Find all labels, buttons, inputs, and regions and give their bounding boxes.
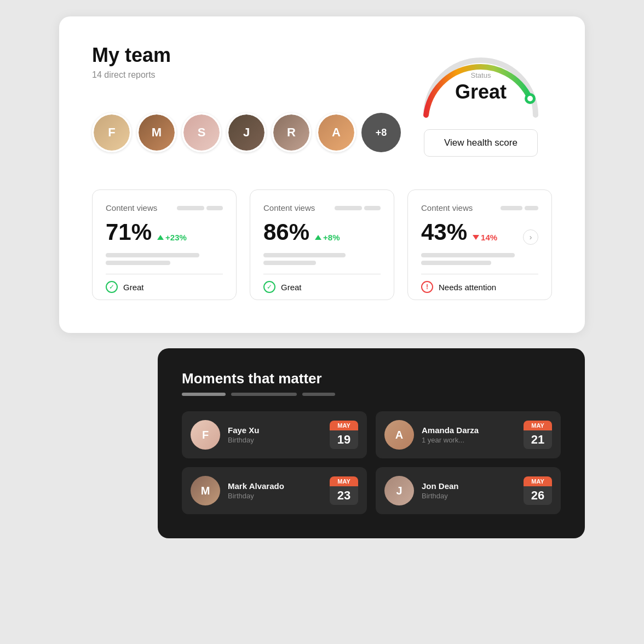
avatar-5[interactable]: R	[272, 113, 311, 152]
metric-change-1: +23%	[157, 233, 187, 242]
metric-value-row-1: 71% +23%	[106, 219, 223, 245]
moment-day-3: 23	[330, 486, 358, 505]
metric-change-2: +8%	[315, 233, 340, 242]
health-section: Status Great View health score	[410, 44, 552, 157]
moment-month-3: MAY	[330, 476, 358, 486]
avatar-3[interactable]: S	[182, 113, 221, 152]
metric-change-3: 14%	[473, 233, 497, 242]
moment-item-3[interactable]: M Mark Alvarado Birthday MAY 23	[182, 467, 367, 514]
metric-percent-3: 43%	[421, 219, 467, 245]
avatar-4[interactable]: J	[227, 113, 266, 152]
moment-item-4[interactable]: J Jon Dean Birthday MAY 26	[376, 467, 561, 514]
moment-type-4: Birthday	[422, 492, 516, 500]
avatar-1[interactable]: F	[92, 113, 131, 152]
metric-bar-3	[501, 206, 538, 210]
metric-sub-2	[263, 253, 381, 265]
moment-info-3: Mark Alvarado Birthday	[228, 481, 322, 500]
up-arrow-icon-1	[157, 235, 164, 240]
moment-avatar-3: M	[191, 476, 220, 505]
avatar-6[interactable]: A	[317, 113, 356, 152]
moment-month-1: MAY	[330, 421, 358, 430]
gauge-container: Status Great	[410, 44, 552, 120]
moments-title: Moments that matter	[182, 370, 561, 387]
moment-day-4: 26	[524, 486, 552, 505]
moments-card: Moments that matter F Faye Xu Birthday M…	[158, 348, 585, 538]
moment-day-2: 21	[524, 430, 552, 449]
metric-change-value-3: 14%	[481, 233, 497, 242]
metric-header-1: Content views	[106, 203, 223, 212]
status-text-3: Needs attention	[439, 283, 496, 292]
metric-change-value-1: +23%	[165, 233, 187, 242]
chevron-right-icon-3[interactable]: ›	[523, 229, 538, 245]
page-title: My team	[92, 44, 401, 67]
moment-item-2[interactable]: A Amanda Darza 1 year work... MAY 21	[376, 411, 561, 458]
status-label: Status	[410, 71, 552, 79]
metric-card-3: Content views 43% 14% ›	[407, 189, 552, 300]
metric-sub-3	[421, 253, 538, 265]
moment-type-2: 1 year work...	[422, 436, 516, 444]
moment-avatar-4: J	[384, 476, 414, 505]
metric-label-3: Content views	[421, 203, 473, 212]
up-arrow-icon-2	[315, 235, 321, 240]
moment-type-1: Birthday	[228, 436, 322, 444]
main-card: My team 14 direct reports F M S	[59, 16, 585, 333]
metric-percent-2: 86%	[263, 219, 309, 245]
metric-value-row-3: 43% 14% ›	[421, 219, 538, 245]
metric-status-2: ✓ Great	[263, 274, 381, 300]
moment-date-2: MAY 21	[524, 421, 552, 449]
metric-sub-1	[106, 253, 223, 265]
team-info: My team 14 direct reports	[92, 44, 401, 80]
moment-info-4: Jon Dean Birthday	[422, 481, 516, 500]
metric-value-row-2: 86% +8%	[263, 219, 381, 245]
metric-percent-1: 71%	[106, 219, 152, 245]
status-text-2: Great	[281, 283, 302, 292]
moments-tab-1[interactable]	[182, 393, 226, 396]
metric-status-1: ✓ Great	[106, 274, 223, 300]
moment-month-2: MAY	[524, 421, 552, 430]
team-section: My team 14 direct reports F M S	[92, 44, 401, 152]
metrics-row: Content views 71% +23%	[92, 189, 552, 300]
moments-grid: F Faye Xu Birthday MAY 19 A Amanda Darza	[182, 411, 561, 514]
metric-bar-2	[335, 206, 381, 210]
metric-label-1: Content views	[106, 203, 157, 212]
moment-name-2: Amanda Darza	[422, 426, 516, 435]
metric-card-1: Content views 71% +23%	[92, 189, 237, 300]
view-health-score-button[interactable]: View health score	[424, 129, 538, 157]
avatar-more[interactable]: +8	[361, 113, 401, 152]
top-section: My team 14 direct reports F M S	[92, 44, 552, 157]
moment-avatar-2: A	[384, 420, 414, 450]
moment-name-3: Mark Alvarado	[228, 481, 322, 491]
metric-header-3: Content views	[421, 203, 538, 212]
metric-status-3: ! Needs attention	[421, 274, 538, 300]
status-attention-icon-3: !	[421, 281, 433, 293]
status-great-icon-2: ✓	[263, 281, 275, 293]
moment-info-1: Faye Xu Birthday	[228, 426, 322, 444]
moment-info-2: Amanda Darza 1 year work...	[422, 426, 516, 444]
avatar-2[interactable]: M	[137, 113, 176, 152]
status-value: Great	[410, 81, 552, 104]
down-arrow-icon-3	[473, 235, 479, 240]
page-wrapper: My team 14 direct reports F M S	[59, 16, 585, 538]
moment-avatar-1: F	[191, 420, 220, 450]
moment-date-1: MAY 19	[330, 421, 358, 449]
gauge-labels: Status Great	[410, 71, 552, 104]
metric-change-value-2: +8%	[323, 233, 340, 242]
moment-month-4: MAY	[524, 476, 552, 486]
metric-label-2: Content views	[263, 203, 315, 212]
moment-type-3: Birthday	[228, 492, 322, 500]
status-great-icon-1: ✓	[106, 281, 118, 293]
status-text-1: Great	[123, 283, 144, 292]
moment-name-1: Faye Xu	[228, 426, 322, 435]
moment-date-3: MAY 23	[330, 476, 358, 505]
moment-date-4: MAY 26	[524, 476, 552, 505]
reports-count: 14 direct reports	[92, 70, 401, 80]
moments-tab-3[interactable]	[302, 393, 335, 396]
metric-bar-1	[177, 206, 223, 210]
moment-day-1: 19	[330, 430, 358, 449]
moments-tabs	[182, 393, 561, 396]
moment-name-4: Jon Dean	[422, 481, 516, 491]
moment-item-1[interactable]: F Faye Xu Birthday MAY 19	[182, 411, 367, 458]
metric-card-2: Content views 86% +8%	[250, 189, 394, 300]
moments-tab-2[interactable]	[231, 393, 297, 396]
avatars-row: F M S J R	[92, 113, 401, 152]
